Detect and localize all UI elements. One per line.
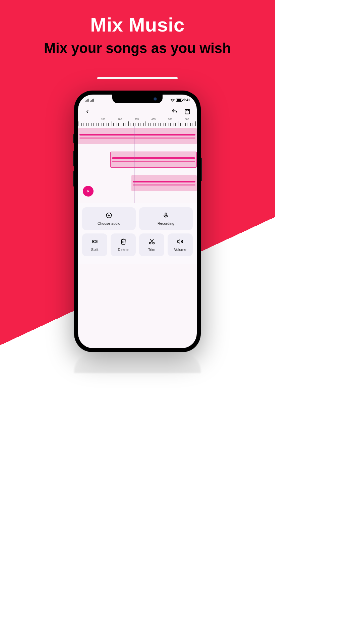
- ruler-tick-label: 30S: [128, 118, 145, 120]
- ruler-tick-label: 10S: [95, 118, 112, 120]
- svg-rect-0: [185, 109, 189, 114]
- save-button[interactable]: [183, 108, 191, 116]
- svg-line-11: [150, 239, 153, 243]
- volume-button[interactable]: Volume: [168, 233, 193, 256]
- waveform: [133, 181, 195, 185]
- phone-notch: [112, 95, 163, 103]
- volume-label: Volume: [174, 248, 186, 252]
- timeline[interactable]: [78, 126, 197, 203]
- play-button[interactable]: [83, 186, 94, 197]
- trim-label: Trim: [148, 248, 156, 252]
- status-time: 9:41: [183, 98, 190, 102]
- phone-camera: [154, 98, 157, 100]
- audio-track[interactable]: [78, 173, 197, 193]
- audio-track[interactable]: [78, 150, 197, 170]
- playhead[interactable]: [134, 126, 134, 203]
- trim-button[interactable]: Trim: [139, 233, 164, 256]
- phone-frame: 9:41 10S20S30S40S50S60S70S80: [74, 91, 201, 352]
- phone-power-button: [201, 158, 202, 181]
- timeline-ruler[interactable]: 10S20S30S40S50S60S70S80: [78, 118, 197, 126]
- play-icon: [86, 189, 90, 193]
- action-panel: Choose audio Recording Split Delete: [78, 203, 197, 264]
- wifi-icon: [171, 98, 175, 102]
- ruler-tick-label: 20S: [112, 118, 128, 120]
- recording-label: Recording: [158, 221, 174, 225]
- app-screen: 9:41 10S20S30S40S50S60S70S80: [78, 95, 197, 348]
- waveform: [79, 134, 195, 139]
- svg-rect-4: [165, 213, 167, 216]
- recording-button[interactable]: Recording: [139, 207, 193, 230]
- svg-marker-13: [177, 239, 180, 244]
- promo-subtitle: Mix your songs as you wish: [0, 40, 275, 56]
- phone-volume-down: [73, 171, 74, 186]
- phone-volume-up: [73, 151, 74, 166]
- audio-track[interactable]: [78, 126, 197, 146]
- audio-clip[interactable]: [78, 128, 197, 144]
- phone-mute-switch: [73, 134, 74, 143]
- save-icon: [184, 108, 191, 115]
- promo-title: Mix Music: [0, 13, 275, 36]
- back-button[interactable]: [83, 108, 92, 116]
- delete-button[interactable]: Delete: [111, 233, 136, 256]
- ruler-tick-label: 50S: [162, 118, 179, 120]
- phone-reflection: [74, 353, 201, 373]
- ruler-tick-label: [78, 118, 95, 120]
- ruler-tick-label: 60S: [179, 118, 195, 120]
- audio-clip-selected[interactable]: [110, 152, 197, 168]
- waveform: [112, 157, 195, 162]
- battery-icon: [176, 99, 182, 102]
- microphone-icon: [163, 212, 169, 219]
- split-button[interactable]: Split: [82, 233, 107, 256]
- scissors-icon: [148, 238, 155, 245]
- audio-clip[interactable]: [131, 175, 197, 191]
- cellular-signal-icon: [85, 99, 88, 102]
- undo-button[interactable]: [171, 108, 179, 116]
- app-bar: [78, 105, 197, 118]
- split-icon: [92, 238, 98, 245]
- plus-circle-icon: [106, 212, 112, 219]
- trash-icon: [120, 238, 127, 245]
- cellular-signal-icon-2: [90, 99, 94, 102]
- choose-audio-label: Choose audio: [98, 221, 120, 225]
- svg-line-12: [150, 239, 153, 243]
- ruler-tick-label: 70S: [195, 118, 197, 120]
- ruler-tick-label: 40S: [145, 118, 162, 120]
- split-label: Split: [91, 248, 98, 252]
- choose-audio-button[interactable]: Choose audio: [82, 207, 136, 230]
- undo-icon: [171, 108, 178, 115]
- chevron-left-icon: [85, 109, 90, 114]
- page-indicator: [97, 77, 178, 79]
- delete-label: Delete: [118, 248, 129, 252]
- volume-icon: [177, 238, 184, 245]
